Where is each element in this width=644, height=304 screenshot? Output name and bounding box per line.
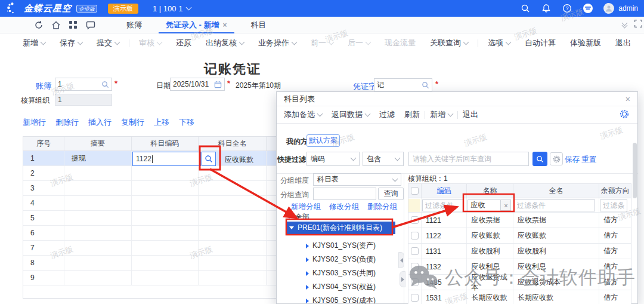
row-action-5[interactable]: 下移 — [179, 117, 194, 128]
sync-icon[interactable] — [33, 20, 44, 30]
account-code-cell[interactable]: 1132 — [422, 259, 467, 274]
checkbox-cell[interactable] — [408, 228, 422, 243]
summary-cell[interactable]: 提现 — [64, 151, 132, 165]
apps-grid-icon[interactable] — [68, 20, 78, 30]
summary-cell[interactable] — [64, 271, 132, 285]
grid-row-2[interactable]: 2 — [23, 166, 276, 181]
account-code-cell[interactable] — [132, 271, 199, 285]
toolbar-item-5[interactable]: 退出 — [463, 109, 478, 120]
toolbar-item-0[interactable]: 新增 — [23, 38, 45, 48]
filter-cell-2[interactable] — [513, 198, 599, 212]
date-field[interactable]: 2025/10/31 — [170, 78, 225, 91]
close-icon[interactable]: × — [626, 94, 630, 104]
account-code-cell[interactable] — [132, 181, 199, 195]
tree-expand-icon[interactable] — [287, 216, 292, 219]
tree-node-3[interactable]: KJYS02_SYS(负债) — [278, 253, 400, 266]
account-fullname-cell[interactable] — [199, 181, 267, 195]
avatar[interactable] — [603, 3, 614, 14]
filter-operator-select[interactable]: 包含 — [363, 152, 404, 166]
account-row-5[interactable]: 1531长期应收款长期应收款借方 — [408, 290, 631, 304]
checkbox-cell[interactable] — [408, 290, 422, 304]
lookup-icon[interactable] — [101, 81, 109, 88]
account-code-cell[interactable]: 1121 — [422, 213, 467, 228]
account-code-cell[interactable] — [132, 241, 199, 255]
account-row-0[interactable]: 1121应收票据应收票据借方 — [408, 213, 631, 228]
grid-row-3[interactable]: 3 — [23, 181, 276, 196]
checkbox[interactable] — [411, 247, 419, 255]
tree-collapsed-icon[interactable] — [306, 285, 309, 290]
summary-cell[interactable] — [64, 211, 132, 225]
account-code-cell[interactable]: 1131 — [422, 244, 467, 259]
grid-column-header-2[interactable]: 科目编码 — [132, 137, 199, 151]
account-row-1[interactable]: 1122应收账款应收账款借方 — [408, 228, 631, 244]
table-column-header-2[interactable]: 全名 — [513, 184, 599, 198]
account-code-cell[interactable] — [132, 226, 199, 240]
toolbar-item-1[interactable]: 保存 — [60, 38, 82, 48]
group-query-button[interactable]: 查询 — [378, 188, 404, 200]
keyword-input[interactable] — [408, 152, 529, 166]
grid-row-4[interactable]: 4 — [23, 196, 276, 211]
summary-cell[interactable] — [64, 256, 132, 270]
row-action-0[interactable]: 新增行 — [23, 117, 46, 128]
voucher-word-field[interactable]: 记 — [374, 78, 432, 91]
account-fullname-cell[interactable] — [199, 256, 267, 270]
save-plan-link[interactable]: 保存 — [565, 155, 580, 165]
account-lookup-button[interactable] — [202, 152, 216, 166]
toolbar-item-2[interactable]: 过滤 — [379, 109, 395, 120]
account-fullname-cell[interactable] — [199, 196, 267, 210]
grid-row-6[interactable]: 6 — [23, 226, 276, 241]
tree-node-2[interactable]: KJYS01_SYS(资产) — [278, 239, 400, 252]
summary-cell[interactable] — [64, 196, 132, 210]
account-fullname-cell[interactable] — [199, 241, 267, 255]
tree-collapsed-icon[interactable] — [306, 257, 309, 262]
toolbar-item-2[interactable]: 提交 — [97, 38, 119, 48]
grid-column-header-3[interactable]: 科目全名 — [199, 137, 267, 151]
name-filter-input[interactable] — [467, 199, 501, 211]
filter-cell-0[interactable] — [422, 198, 467, 212]
lookup-icon[interactable] — [422, 81, 429, 89]
tab-1[interactable]: 凭证录入 - 新增× — [156, 17, 237, 33]
filter-cell-3[interactable] — [599, 198, 631, 212]
theme-toggle-icon[interactable] — [583, 3, 593, 14]
account-code-cell[interactable]: 1122 — [422, 228, 467, 243]
checkbox[interactable] — [411, 263, 419, 271]
account-switcher[interactable]: 1 | 100 1 — [153, 4, 191, 13]
toolbar-item-3[interactable]: 刷新 — [404, 109, 420, 120]
account-code-cell[interactable] — [132, 166, 199, 180]
home-icon[interactable] — [51, 20, 61, 30]
calendar-icon[interactable] — [214, 81, 222, 88]
toolbar-item-4[interactable]: 新增 — [430, 109, 453, 120]
row-action-3[interactable]: 复制行 — [121, 117, 144, 128]
summary-cell[interactable] — [64, 241, 132, 255]
account-table[interactable]: 编码名称全名余额方向×1121应收票据应收票据借方1122应收账款应收账款借方1… — [408, 183, 631, 304]
tree-collapsed-icon[interactable] — [306, 244, 309, 248]
close-tab-icon[interactable]: × — [223, 21, 227, 29]
account-code-input[interactable]: 1122 — [132, 152, 201, 166]
filter-input-0[interactable] — [422, 199, 464, 211]
default-plan-button[interactable]: 默认方案 — [306, 134, 340, 147]
filter-input-2[interactable] — [514, 199, 595, 211]
account-row-3[interactable]: 1132应收利息应收利息借方 — [408, 259, 631, 275]
toolbar-item-1[interactable]: 返回数据 — [332, 109, 370, 120]
checkbox-cell[interactable] — [408, 259, 422, 274]
tree-node-1[interactable]: PRE01(新会计准则科目表) — [286, 222, 395, 234]
checkbox[interactable] — [411, 278, 419, 286]
message-icon[interactable] — [85, 20, 95, 30]
bell-icon[interactable] — [541, 3, 552, 14]
grid-row-7[interactable]: 7 — [23, 241, 276, 256]
checkbox[interactable] — [411, 216, 419, 224]
account-code-cell[interactable] — [132, 196, 199, 210]
summary-cell[interactable] — [64, 166, 132, 180]
table-column-header-3[interactable]: 余额方向 — [599, 184, 631, 198]
tree-collapsed-icon[interactable] — [306, 271, 309, 276]
account-code-cell[interactable] — [132, 256, 199, 270]
account-fullname-cell[interactable] — [199, 166, 267, 180]
account-fullname-cell[interactable] — [199, 271, 267, 285]
account-code-cell[interactable]: 1485 — [422, 275, 467, 290]
checkbox[interactable] — [411, 232, 419, 239]
toolbar-item-4[interactable]: 还原 — [176, 38, 191, 48]
tree-collapsed-icon[interactable] — [306, 299, 309, 303]
filter-input-3[interactable] — [600, 199, 627, 211]
tree-node-4[interactable]: KJYS03_SYS(共同) — [278, 267, 400, 280]
collapse-tabs-icon[interactable] — [623, 23, 627, 27]
